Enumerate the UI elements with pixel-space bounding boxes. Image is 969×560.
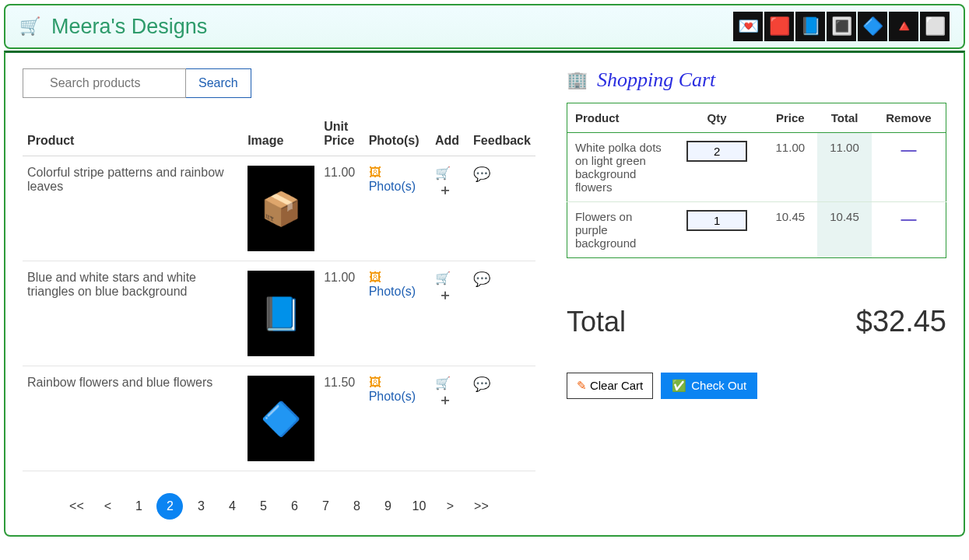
plus-icon[interactable]: ＋	[438, 182, 452, 198]
pager-first[interactable]: <<	[63, 493, 90, 520]
cart-item-total: 11.00	[817, 133, 872, 202]
product-row: Blue and white stars and white triangles…	[23, 261, 535, 366]
pager-page[interactable]: 9	[374, 493, 401, 520]
photos-link[interactable]: 🖼Photo(s)	[369, 166, 416, 193]
header-thumb[interactable]: 📘	[795, 12, 825, 41]
product-image[interactable]: 🔷	[248, 376, 314, 461]
header-thumb[interactable]: 🟥	[764, 12, 794, 41]
plus-icon[interactable]: ＋	[438, 287, 452, 303]
pager-page[interactable]: 10	[406, 493, 432, 520]
pager-page[interactable]: 1	[125, 493, 152, 520]
product-row: Colorful stripe patterns and rainbow lea…	[23, 156, 535, 261]
qty-input[interactable]	[686, 141, 747, 162]
cart-header: 🏢 Shopping Cart	[567, 68, 946, 92]
cart-col-remove: Remove	[872, 103, 946, 133]
cart-panel: 🏢 Shopping Cart Product Qty Price Total …	[567, 68, 946, 520]
cart-item-name: Flowers on purple background	[567, 202, 670, 258]
header-thumb[interactable]: 🔺	[889, 12, 918, 41]
header-thumb[interactable]: 🔳	[827, 12, 856, 41]
add-to-cart-icon[interactable]: 🛒	[435, 166, 451, 180]
search-row: 🔎 Search	[23, 68, 535, 98]
pager: << < 1 2 3 4 5 6 7 8 9 10 > >>	[23, 493, 535, 520]
pager-last[interactable]: >>	[468, 493, 494, 520]
product-price: 11.00	[319, 261, 363, 366]
main-panel: 🔎 Search Product Image Unit Price Photo(…	[4, 51, 965, 537]
picture-icon: 🖼	[369, 376, 381, 389]
photos-link[interactable]: 🖼Photo(s)	[369, 376, 416, 403]
building-icon: 🏢	[567, 70, 588, 90]
add-to-cart-icon[interactable]: 🛒	[435, 376, 451, 390]
photos-link[interactable]: 🖼Photo(s)	[369, 271, 416, 298]
remove-icon[interactable]: —	[901, 141, 916, 158]
pager-page[interactable]: 8	[343, 493, 370, 520]
product-name: Colorful stripe patterns and rainbow lea…	[23, 156, 243, 261]
pencil-icon: ✎	[577, 379, 587, 392]
search-input[interactable]	[23, 68, 186, 98]
brand: 🛒 Meera's Designs	[19, 15, 207, 39]
header-thumb[interactable]: 🔷	[858, 12, 887, 41]
grand-total-row: Total $32.45	[567, 305, 946, 338]
col-product: Product	[23, 112, 243, 156]
brand-title: Meera's Designs	[51, 15, 207, 39]
products-table: Product Image Unit Price Photo(s) Add Fe…	[23, 112, 535, 471]
product-price: 11.50	[319, 366, 363, 471]
col-image: Image	[243, 112, 319, 156]
feedback-icon[interactable]: 💬	[473, 271, 490, 287]
cart-col-price: Price	[763, 103, 817, 133]
cart-row: Flowers on purple background 10.45 10.45…	[567, 202, 946, 258]
cart-col-total: Total	[817, 103, 872, 133]
product-image[interactable]: 📘	[248, 271, 314, 356]
cart-row: White polka dots on light green backgrou…	[567, 133, 946, 202]
header-thumb[interactable]: ⬜	[920, 12, 950, 41]
checkout-button[interactable]: ✅Check Out	[661, 373, 757, 399]
col-unit-price: Unit Price	[319, 112, 363, 156]
cart-title: Shopping Cart	[597, 68, 715, 92]
cart-item-total: 10.45	[817, 202, 872, 258]
pager-prev[interactable]: <	[94, 493, 121, 520]
pager-page[interactable]: 5	[250, 493, 276, 520]
cart-col-product: Product	[567, 103, 670, 133]
product-name: Rainbow flowers and blue flowers	[23, 366, 243, 471]
cart-table: Product Qty Price Total Remove White pol…	[567, 103, 946, 258]
pager-page-current[interactable]: 2	[156, 493, 183, 520]
product-row: Rainbow flowers and blue flowers 🔷 11.50…	[23, 366, 535, 471]
picture-icon: 🖼	[369, 271, 381, 284]
cart-item-price: 10.45	[763, 202, 817, 258]
check-icon: ✅	[672, 379, 686, 392]
pager-next[interactable]: >	[437, 493, 463, 520]
header-thumbnails: 💌 🟥 📘 🔳 🔷 🔺 ⬜	[733, 12, 950, 41]
cart-item-name: White polka dots on light green backgrou…	[567, 133, 670, 202]
product-image[interactable]: 📦	[248, 166, 314, 251]
col-feedback: Feedback	[469, 112, 535, 156]
feedback-icon[interactable]: 💬	[473, 166, 490, 182]
pager-page[interactable]: 7	[312, 493, 339, 520]
cart-item-price: 11.00	[763, 133, 817, 202]
pager-page[interactable]: 3	[188, 493, 214, 520]
product-price: 11.00	[319, 156, 363, 261]
feedback-icon[interactable]: 💬	[473, 376, 490, 392]
plus-icon[interactable]: ＋	[438, 392, 452, 408]
clear-cart-button[interactable]: ✎Clear Cart	[567, 373, 653, 399]
add-to-cart-icon[interactable]: 🛒	[435, 271, 451, 285]
cart-col-qty: Qty	[671, 103, 764, 133]
pager-page[interactable]: 4	[219, 493, 245, 520]
col-photos: Photo(s)	[364, 112, 430, 156]
header-thumb[interactable]: 💌	[733, 12, 763, 41]
product-list-panel: 🔎 Search Product Image Unit Price Photo(…	[23, 68, 535, 520]
remove-icon[interactable]: —	[901, 210, 916, 227]
product-name: Blue and white stars and white triangles…	[23, 261, 243, 366]
total-amount: $32.45	[856, 305, 946, 338]
cart-buttons: ✎Clear Cart ✅Check Out	[567, 373, 946, 399]
pager-page[interactable]: 6	[281, 493, 307, 520]
qty-input[interactable]	[686, 210, 747, 231]
picture-icon: 🖼	[369, 166, 381, 179]
search-button[interactable]: Search	[185, 68, 251, 98]
cart-icon: 🛒	[19, 16, 40, 37]
total-label: Total	[567, 306, 626, 338]
header-bar: 🛒 Meera's Designs 💌 🟥 📘 🔳 🔷 🔺 ⬜	[4, 4, 965, 49]
col-add: Add	[430, 112, 469, 156]
